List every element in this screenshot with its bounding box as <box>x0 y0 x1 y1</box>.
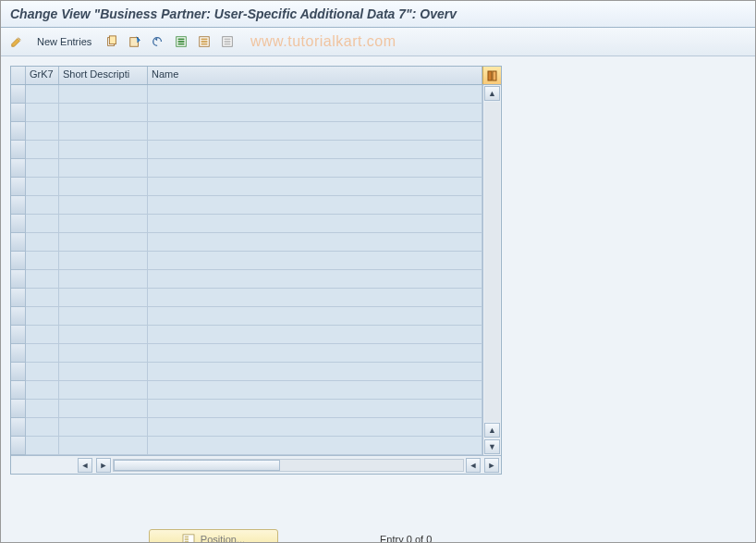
table-row[interactable] <box>11 159 482 178</box>
cell-name[interactable] <box>148 178 482 196</box>
table-row[interactable] <box>11 381 482 400</box>
row-selector[interactable] <box>11 418 26 437</box>
row-selector[interactable] <box>11 196 26 215</box>
table-row[interactable] <box>11 178 482 196</box>
table-row[interactable] <box>11 400 482 418</box>
configure-columns-button[interactable] <box>482 67 501 84</box>
cell-grk7[interactable] <box>26 363 59 381</box>
row-selector[interactable] <box>11 233 26 252</box>
cell-name[interactable] <box>148 289 482 307</box>
row-selector[interactable] <box>11 363 26 381</box>
cell-short-desc[interactable] <box>59 178 148 196</box>
row-selector[interactable] <box>11 326 26 344</box>
table-row[interactable] <box>11 122 482 141</box>
table-row[interactable] <box>11 307 482 326</box>
cell-name[interactable] <box>148 252 482 270</box>
hscroll-thumb[interactable] <box>114 460 280 471</box>
table-row[interactable] <box>11 141 482 159</box>
cell-grk7[interactable] <box>26 233 59 252</box>
row-selector[interactable] <box>11 437 26 455</box>
cell-short-desc[interactable] <box>59 141 148 159</box>
row-selector[interactable] <box>11 104 26 122</box>
cell-name[interactable] <box>148 363 482 381</box>
table-row[interactable] <box>11 85 482 104</box>
scroll-right-step-icon[interactable]: ► <box>96 458 111 473</box>
cell-name[interactable] <box>148 437 482 455</box>
cell-grk7[interactable] <box>26 400 59 418</box>
cell-short-desc[interactable] <box>59 104 148 122</box>
row-selector[interactable] <box>11 159 26 178</box>
cell-name[interactable] <box>148 344 482 363</box>
copy-icon[interactable] <box>102 31 122 52</box>
cell-short-desc[interactable] <box>59 418 148 437</box>
scroll-left-icon[interactable]: ◄ <box>78 458 92 473</box>
cell-grk7[interactable] <box>26 85 59 104</box>
scroll-right-icon[interactable]: ► <box>484 458 499 473</box>
cell-grk7[interactable] <box>26 196 59 215</box>
cell-short-desc[interactable] <box>59 400 148 418</box>
table-row[interactable] <box>11 233 482 252</box>
table-row[interactable] <box>11 252 482 270</box>
row-selector[interactable] <box>11 344 26 363</box>
cell-short-desc[interactable] <box>59 437 148 455</box>
cell-grk7[interactable] <box>26 326 59 344</box>
cell-name[interactable] <box>148 418 482 437</box>
cell-short-desc[interactable] <box>59 215 148 233</box>
cell-name[interactable] <box>148 326 482 344</box>
cell-name[interactable] <box>148 233 482 252</box>
table-row[interactable] <box>11 437 482 455</box>
select-column-header[interactable] <box>11 67 26 84</box>
cell-short-desc[interactable] <box>59 289 148 307</box>
column-header-grk7[interactable]: GrK7 <box>26 67 59 84</box>
row-selector[interactable] <box>11 215 26 233</box>
vscroll-track[interactable] <box>484 102 500 422</box>
row-selector[interactable] <box>11 381 26 400</box>
cell-short-desc[interactable] <box>59 196 148 215</box>
cell-name[interactable] <box>148 400 482 418</box>
cell-name[interactable] <box>148 215 482 233</box>
scroll-left-end-icon[interactable]: ◄ <box>466 458 481 473</box>
column-header-name[interactable]: Name <box>148 67 482 84</box>
hscroll-track[interactable] <box>113 459 464 472</box>
cell-name[interactable] <box>148 307 482 326</box>
cell-grk7[interactable] <box>26 344 59 363</box>
cell-short-desc[interactable] <box>59 233 148 252</box>
scroll-down-small-icon[interactable]: ▲ <box>484 423 500 438</box>
row-selector[interactable] <box>11 270 26 289</box>
row-selector[interactable] <box>11 141 26 159</box>
cell-short-desc[interactable] <box>59 252 148 270</box>
vertical-scrollbar[interactable]: ▲ ▲ ▼ <box>482 85 501 455</box>
cell-grk7[interactable] <box>26 270 59 289</box>
horizontal-scrollbar[interactable]: ◄ ► ◄ ► <box>11 455 501 474</box>
row-selector[interactable] <box>11 400 26 418</box>
cell-grk7[interactable] <box>26 141 59 159</box>
cell-grk7[interactable] <box>26 289 59 307</box>
cell-short-desc[interactable] <box>59 270 148 289</box>
row-selector[interactable] <box>11 122 26 141</box>
table-row[interactable] <box>11 363 482 381</box>
new-entries-button[interactable]: New Entries <box>30 34 99 49</box>
cell-grk7[interactable] <box>26 437 59 455</box>
row-selector[interactable] <box>11 307 26 326</box>
scroll-down-icon[interactable]: ▼ <box>484 439 500 454</box>
row-selector[interactable] <box>11 252 26 270</box>
select-all-icon[interactable] <box>171 31 191 52</box>
cell-short-desc[interactable] <box>59 159 148 178</box>
table-row[interactable] <box>11 215 482 233</box>
delete-icon[interactable] <box>125 31 145 52</box>
table-row[interactable] <box>11 326 482 344</box>
column-header-short-desc[interactable]: Short Descripti <box>59 67 148 84</box>
table-row[interactable] <box>11 104 482 122</box>
cell-short-desc[interactable] <box>59 381 148 400</box>
position-button[interactable]: Position... <box>149 529 278 543</box>
cell-grk7[interactable] <box>26 252 59 270</box>
cell-short-desc[interactable] <box>59 344 148 363</box>
cell-name[interactable] <box>148 122 482 141</box>
cell-short-desc[interactable] <box>59 122 148 141</box>
row-selector[interactable] <box>11 289 26 307</box>
cell-grk7[interactable] <box>26 104 59 122</box>
cell-grk7[interactable] <box>26 381 59 400</box>
table-row[interactable] <box>11 418 482 437</box>
row-selector[interactable] <box>11 85 26 104</box>
table-row[interactable] <box>11 344 482 363</box>
